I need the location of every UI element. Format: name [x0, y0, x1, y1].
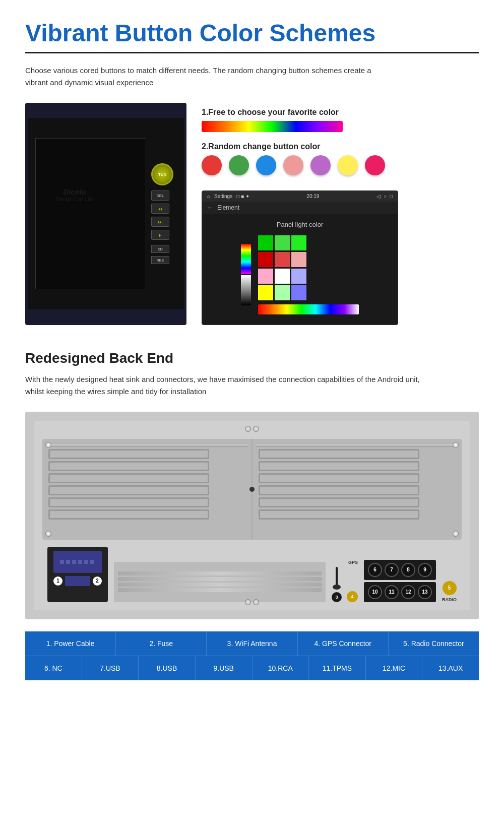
title-divider	[25, 52, 479, 53]
pin	[66, 560, 70, 564]
info-cell-1: 1. Power Cable	[25, 631, 116, 656]
u-channel	[259, 485, 419, 495]
conn-11: 11	[385, 585, 399, 599]
connector-num-1: 1	[53, 576, 62, 586]
screw-tl	[45, 442, 51, 448]
u-channel	[48, 485, 209, 495]
fuse-holder	[65, 576, 90, 586]
info-cell-7: 7.USB	[82, 656, 139, 680]
conn-7: 7	[385, 563, 399, 577]
color-circle	[338, 155, 358, 175]
board-surface: 1 2 GPS	[34, 421, 470, 610]
color-swatch	[291, 235, 306, 250]
info-cell-4: 4. GPS Connector	[298, 631, 389, 656]
color-swatch	[258, 269, 273, 284]
settings-topbar: ⌂ Settings □ ■ ✦ 20:19 ◁○□	[202, 191, 398, 202]
pin	[90, 560, 94, 564]
channel	[46, 443, 247, 447]
color-swatch	[291, 252, 306, 267]
next-button: ⏭	[151, 217, 169, 227]
backend-section: Redesigned Back End With the newly desig…	[25, 350, 479, 680]
color-options: 1.Free to choose your favorite color 2.R…	[202, 103, 479, 325]
color-swatch	[275, 285, 290, 300]
info-cell-10: 10.RCA	[253, 656, 309, 680]
color-circle	[229, 155, 249, 175]
center-dot	[249, 487, 255, 492]
color-option-2: 2.Random change button color	[202, 142, 479, 175]
main-connector-block: 6 7 8 9 10 11 12 13	[364, 560, 436, 602]
info-cell-3: 3. WiFi Antenna	[207, 631, 297, 656]
settings-time: 20:19	[306, 194, 319, 199]
pin	[72, 560, 76, 564]
gps-label: GPS	[348, 560, 358, 565]
settings-nav: ← Element	[202, 202, 398, 214]
device-screen	[35, 138, 146, 289]
screw	[253, 599, 259, 605]
channels	[46, 443, 247, 520]
fin	[118, 583, 322, 587]
device-face: TUN SEL ⏮ ⏭ ⏵ SD RES Dicola Design Car L…	[28, 118, 184, 309]
color-swatch	[275, 252, 290, 267]
screw-tr	[453, 442, 459, 448]
connector-row-top: 6 7 8 9	[364, 560, 436, 580]
info-cell-2: 2. Fuse	[116, 631, 207, 656]
u-channel	[259, 509, 419, 520]
prev-button: ⏮	[151, 204, 169, 214]
connector-labels: 1 2	[53, 576, 102, 586]
bottom-screws	[245, 599, 259, 605]
color-swatch	[258, 252, 273, 267]
info-row-2: 6. NC 7.USB 8.USB 9.USB 10.RCA 11.TPMS 1…	[25, 656, 479, 680]
pin	[60, 560, 64, 564]
screw-br	[453, 531, 459, 537]
radio-label: RADIO	[442, 597, 457, 602]
back-arrow: ←	[207, 204, 213, 211]
connector-4: 4	[347, 591, 358, 602]
info-cell-8: 8.USB	[139, 656, 196, 680]
color-circle	[283, 155, 303, 175]
info-cell-9: 9.USB	[196, 656, 253, 680]
heatsink-main	[42, 439, 462, 540]
conn-6: 6	[368, 563, 382, 577]
connector-bottom-row: 1 2 GPS	[42, 547, 462, 602]
info-cell-13: 13.AUX	[422, 656, 479, 680]
heatsink-right	[251, 439, 462, 540]
color-spectrum-bar	[202, 121, 343, 132]
rainbow-gradient	[241, 244, 251, 274]
color-spectrum-bottom	[258, 304, 359, 314]
settings-content: Panel light color	[202, 214, 398, 325]
antenna-row: 3 4	[332, 567, 358, 602]
conn-12: 12	[401, 585, 415, 599]
power-connector	[53, 551, 102, 573]
pin-grid	[60, 560, 95, 564]
fin	[118, 571, 322, 575]
heatsink-left	[42, 439, 251, 540]
settings-label: Settings	[214, 194, 232, 199]
screw	[253, 426, 259, 432]
connector-5: 5	[443, 581, 457, 595]
color-circle	[202, 155, 222, 175]
device-image-container: TUN SEL ⏮ ⏭ ⏵ SD RES Dicola Design Car L…	[25, 103, 186, 325]
backend-description: With the newly designed heat sink and co…	[25, 373, 428, 398]
device-controls: TUN SEL ⏮ ⏭ ⏵ SD RES	[151, 163, 173, 264]
left-connector-block: 1 2	[47, 547, 108, 602]
color-swatch	[291, 269, 306, 284]
u-channel	[259, 473, 419, 483]
sel-button: SEL	[151, 190, 169, 201]
color-swatch	[275, 269, 290, 284]
info-cell-12: 12.MIC	[366, 656, 423, 680]
color-option-2-title: 2.Random change button color	[202, 142, 479, 151]
u-channel	[48, 509, 209, 520]
connector-row-bottom: 10 11 12 13	[364, 582, 436, 602]
topbar-icons: □ ■ ✦	[236, 194, 249, 199]
swatch-grid-wrapper	[258, 235, 359, 314]
wifi-antenna-group: 3	[332, 567, 342, 602]
connector-num-2: 2	[93, 576, 102, 586]
backend-title: Redesigned Back End	[25, 350, 479, 366]
sd-button: SD	[151, 245, 169, 253]
info-cell-11: 11.TPMS	[309, 656, 366, 680]
antenna-gps-area: GPS 3 4	[332, 560, 358, 602]
conn-9: 9	[418, 563, 432, 577]
color-swatch	[291, 285, 306, 300]
settings-topbar-left: ⌂ Settings □ ■ ✦	[207, 194, 249, 199]
color-circle	[256, 155, 276, 175]
